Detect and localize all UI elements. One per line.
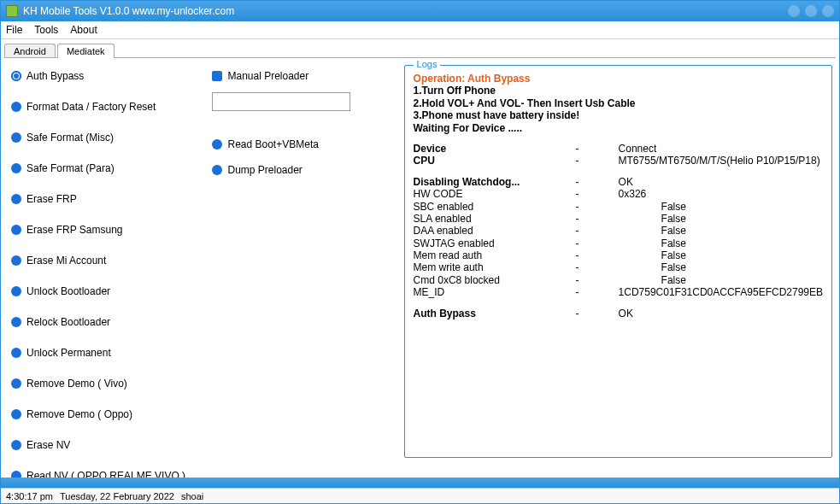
title-bar: KH Mobile Tools V1.0.0 www.my-unlocker.c… — [1, 1, 839, 21]
radio-relock-bootloader[interactable]: Relock Bootloader — [11, 316, 209, 328]
radio-auth-bypass[interactable]: Auth Bypass — [11, 70, 209, 82]
log-watchdog-label: Disabling Watchdog... — [414, 176, 576, 188]
radio-label: Erase FRP Samsung — [26, 224, 123, 236]
radio-icon — [11, 225, 21, 235]
log-watchdog-value: OK — [619, 176, 633, 188]
log-hwcode-label: HW CODE — [414, 188, 576, 200]
radio-icon — [11, 286, 21, 296]
radio-unlock-bootloader[interactable]: Unlock Bootloader — [11, 285, 209, 297]
menu-about[interactable]: About — [70, 24, 97, 36]
radio-label: Unlock Permanent — [26, 347, 111, 359]
log-authbypass-value: OK — [619, 308, 633, 319]
radio-safe-format-misc[interactable]: Safe Format (Misc) — [11, 132, 209, 144]
radio-read-boot-vbmeta[interactable]: Read Boot+VBMeta — [212, 138, 391, 150]
radio-label: Safe Format (Para) — [26, 162, 115, 174]
radio-label: Unlock Bootloader — [26, 285, 110, 297]
radio-icon — [212, 165, 222, 175]
log-hwcode-value: 0x326 — [619, 188, 647, 200]
radio-label: Remove Demo ( Vivo) — [26, 378, 127, 390]
menu-bar: File Tools About — [1, 21, 839, 39]
status-user: shoai — [181, 491, 203, 501]
status-time: 4:30:17 pm — [6, 491, 53, 501]
log-step2: 2.Hold VOL+ And VOL- Then Insert Usb Cab… — [414, 97, 823, 109]
status-separator — [1, 478, 839, 488]
menu-tools[interactable]: Tools — [34, 24, 58, 36]
radio-remove-demo-vivo[interactable]: Remove Demo ( Vivo) — [11, 378, 209, 390]
minimize-button[interactable] — [788, 5, 800, 17]
radio-label: Read Boot+VBMeta — [227, 138, 318, 150]
radio-icon — [11, 317, 21, 327]
log-waiting: Waiting For Device ..... — [414, 122, 823, 134]
check-manual-preloader[interactable]: Manual Preloader — [212, 70, 391, 82]
close-button[interactable] — [822, 5, 834, 17]
radio-icon — [11, 71, 21, 81]
log-meid-value: 1CD759C01F31CD0ACCFA95EFCD2799EB — [619, 286, 823, 298]
options-panel: Auth Bypass Format Data / Factory Reset … — [8, 65, 392, 474]
check-label: Manual Preloader — [227, 70, 308, 82]
options-column-1: Auth Bypass Format Data / Factory Reset … — [8, 65, 209, 478]
radio-label: Safe Format (Misc) — [26, 132, 114, 144]
log-device-label: Device — [414, 143, 576, 155]
maximize-button[interactable] — [805, 5, 817, 17]
tab-android[interactable]: Android — [4, 44, 56, 58]
log-daa-value: False — [619, 225, 686, 237]
radio-erase-mi[interactable]: Erase Mi Account — [11, 255, 209, 267]
logs-legend: Logs — [414, 59, 441, 69]
radio-erase-frp-samsung[interactable]: Erase FRP Samsung — [11, 224, 209, 236]
log-meid-label: ME_ID — [414, 286, 576, 298]
log-cmd-value: False — [619, 274, 686, 286]
tab-row: Android Mediatek — [1, 39, 839, 58]
log-step1: 1.Turn Off Phone — [414, 85, 823, 97]
radio-erase-nv[interactable]: Erase NV — [11, 439, 209, 451]
checkbox-icon — [212, 71, 222, 81]
radio-icon — [11, 194, 21, 204]
log-memwrite-label: Mem write auth — [414, 261, 576, 273]
log-cpu-value: MT6755/MT6750/M/T/S(Helio P10/P15/P18) — [619, 155, 820, 167]
log-memwrite-value: False — [619, 261, 686, 273]
radio-icon — [11, 132, 21, 143]
radio-icon — [11, 348, 21, 358]
app-icon — [6, 5, 18, 17]
log-memread-value: False — [619, 249, 686, 261]
radio-read-nv[interactable]: Read NV ( OPPO REALME VIVO ) — [11, 470, 209, 478]
status-bar: 4:30:17 pm Tuesday, 22 February 2022 sho… — [1, 488, 839, 503]
radio-format-data[interactable]: Format Data / Factory Reset — [11, 101, 209, 113]
radio-icon — [11, 409, 21, 419]
menu-file[interactable]: File — [6, 24, 22, 36]
radio-label: Erase Mi Account — [26, 255, 106, 267]
log-sbc-label: SBC enabled — [414, 201, 576, 213]
log-swjtag-value: False — [619, 237, 686, 249]
radio-icon — [11, 102, 21, 112]
status-date: Tuesday, 22 February 2022 — [60, 491, 174, 501]
logs-panel: Logs Operation: Auth Bypass 1.Turn Off P… — [404, 65, 832, 474]
log-swjtag-label: SWJTAG enabled — [414, 237, 576, 249]
radio-remove-demo-oppo[interactable]: Remove Demo ( Oppo) — [11, 408, 209, 420]
radio-label: Erase NV — [26, 439, 70, 451]
log-authbypass-label: Auth Bypass — [414, 308, 576, 319]
log-sbc-value: False — [619, 201, 686, 213]
radio-label: Erase FRP — [26, 193, 77, 205]
radio-label: Relock Bootloader — [26, 316, 110, 328]
window-title: KH Mobile Tools V1.0.0 www.my-unlocker.c… — [23, 5, 234, 17]
radio-unlock-permanent[interactable]: Unlock Permanent — [11, 347, 209, 359]
log-memread-label: Mem read auth — [414, 249, 576, 261]
log-cpu-label: CPU — [414, 155, 576, 167]
log-cmd-label: Cmd 0xC8 blocked — [414, 274, 576, 286]
radio-label: Dump Preloader — [227, 164, 302, 176]
radio-erase-frp[interactable]: Erase FRP — [11, 193, 209, 205]
log-operation: Operation: Auth Bypass — [414, 73, 531, 85]
radio-label: Auth Bypass — [26, 70, 84, 82]
preloader-path-input[interactable] — [212, 92, 350, 111]
log-device-value: Connect — [619, 143, 657, 155]
radio-icon — [11, 163, 21, 173]
radio-icon — [11, 255, 21, 266]
main-area: Auth Bypass Format Data / Factory Reset … — [1, 58, 839, 478]
radio-safe-format-para[interactable]: Safe Format (Para) — [11, 162, 209, 174]
radio-icon — [212, 139, 222, 149]
radio-label: Read NV ( OPPO REALME VIVO ) — [26, 470, 185, 478]
radio-dump-preloader[interactable]: Dump Preloader — [212, 164, 391, 176]
radio-label: Format Data / Factory Reset — [26, 101, 156, 113]
tab-mediatek[interactable]: Mediatek — [57, 44, 115, 58]
options-column-2: Manual Preloader Read Boot+VBMeta Dump P… — [209, 65, 391, 478]
log-sla-value: False — [619, 213, 686, 225]
